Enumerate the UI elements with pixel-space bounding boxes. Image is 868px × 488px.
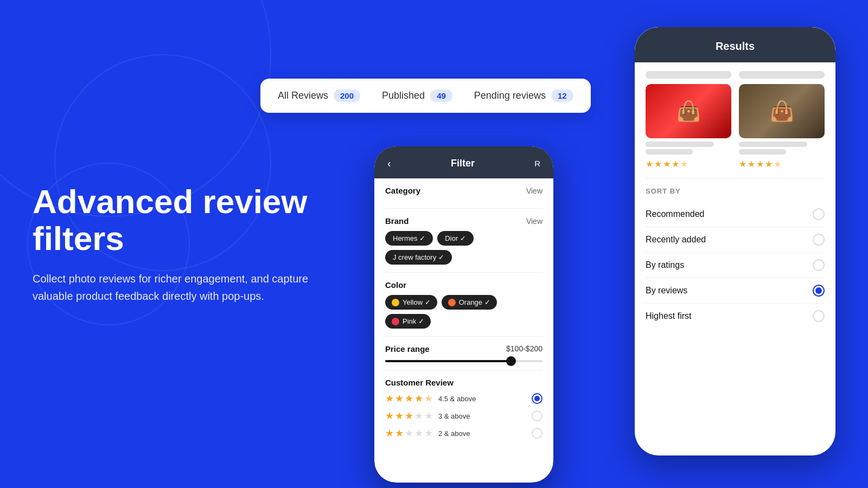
review-row-2[interactable]: ★ ★ ★ ★ ★ 2 & above bbox=[385, 427, 542, 439]
filter-category-header: Category View bbox=[385, 186, 542, 195]
star3: ★ bbox=[405, 393, 413, 404]
sort-radio-recommended[interactable] bbox=[813, 208, 825, 220]
category-view[interactable]: View bbox=[526, 187, 542, 195]
sort-radio-recently[interactable] bbox=[813, 234, 825, 246]
filter-category-section: Category View bbox=[385, 178, 542, 209]
sort-radio-highest[interactable] bbox=[813, 310, 825, 322]
filter-price-section: Price range $100-$200 bbox=[385, 337, 542, 370]
star2-3: ★ bbox=[395, 410, 404, 422]
star5-2-empty: ★ bbox=[424, 427, 433, 439]
product-card-1[interactable]: 👜 ★ ★ ★ ★ ★ bbox=[646, 84, 731, 169]
filter-brand-header: Brand View bbox=[385, 216, 542, 226]
review-row-3[interactable]: ★ ★ ★ ★ ★ 3 & above bbox=[385, 410, 542, 422]
brand-label: Brand bbox=[385, 216, 409, 226]
filter-phone-inner: ‹ Filter R Category View Brand View Herm… bbox=[374, 146, 553, 483]
product-image-2: 👜 bbox=[739, 84, 825, 138]
stars-3: ★ ★ ★ ★ ★ bbox=[385, 410, 433, 422]
sort-recently-label: Recently added bbox=[646, 235, 706, 245]
sort-option-recommended[interactable]: Recommended bbox=[646, 202, 825, 227]
color-tags: Yellow ✓ Orange ✓ Pink ✓ bbox=[385, 295, 542, 329]
pink-dot bbox=[392, 318, 399, 325]
stars-45: ★ ★ ★ ★ ★ bbox=[385, 393, 433, 404]
pstar5-1: ★ bbox=[680, 159, 688, 169]
star2-2: ★ bbox=[395, 427, 404, 439]
filter-color-header: Color bbox=[385, 280, 542, 290]
review-row-45[interactable]: ★ ★ ★ ★ ★ 4.5 & above bbox=[385, 393, 542, 404]
sort-radio-ratings[interactable] bbox=[813, 259, 825, 271]
price-header: Price range $100-$200 bbox=[385, 344, 542, 354]
sort-ratings-label: By ratings bbox=[646, 260, 684, 270]
pstar4-2: ★ bbox=[765, 159, 773, 169]
category-label: Category bbox=[385, 186, 420, 195]
product-name-bar-short-1 bbox=[646, 149, 693, 155]
product-name-bar-1 bbox=[646, 142, 714, 147]
brand-tag-jcrew[interactable]: J crew factory ✓ bbox=[385, 250, 452, 265]
results-body: 👜 ★ ★ ★ ★ ★ bbox=[635, 62, 835, 337]
product-name-bar-short-2 bbox=[739, 149, 786, 155]
filter-body: Category View Brand View Hermes ✓ Dior ✓… bbox=[374, 178, 553, 452]
price-slider-fill bbox=[385, 360, 511, 362]
tab-published-label: Published bbox=[382, 90, 425, 101]
product-name-bar-2 bbox=[739, 142, 807, 147]
review-text-2: 2 & above bbox=[438, 429, 526, 438]
radio-45-inner bbox=[534, 396, 540, 401]
sort-option-reviews[interactable]: By reviews bbox=[646, 278, 825, 304]
color-tag-orange[interactable]: Orange ✓ bbox=[442, 295, 497, 310]
tab-all-reviews[interactable]: All Reviews 200 bbox=[278, 89, 360, 102]
brand-tag-dior[interactable]: Dior ✓ bbox=[437, 231, 473, 246]
sort-radio-reviews[interactable] bbox=[813, 285, 825, 297]
tab-published[interactable]: Published 49 bbox=[382, 89, 452, 102]
product-img-red: 👜 bbox=[646, 84, 731, 138]
star1-2: ★ bbox=[385, 427, 394, 439]
product-card-2[interactable]: 👜 ★ ★ ★ ★ ★ bbox=[739, 84, 825, 169]
star1: ★ bbox=[385, 393, 394, 404]
star1-3: ★ bbox=[385, 410, 394, 422]
product-stars-2: ★ ★ ★ ★ ★ bbox=[739, 159, 825, 169]
tabs-card: All Reviews 200 Published 49 Pending rev… bbox=[260, 79, 591, 113]
sort-option-recently[interactable]: Recently added bbox=[646, 227, 825, 253]
brand-view[interactable]: View bbox=[526, 217, 542, 226]
tab-pending-reviews-badge: 12 bbox=[551, 89, 573, 102]
sort-radio-reviews-inner bbox=[815, 287, 822, 294]
back-button[interactable]: ‹ bbox=[387, 157, 391, 170]
radio-3[interactable] bbox=[532, 410, 542, 421]
price-slider-track[interactable] bbox=[385, 360, 542, 362]
price-label: Price range bbox=[385, 344, 430, 354]
pstar4-1: ★ bbox=[672, 159, 679, 169]
results-header: Results bbox=[635, 27, 835, 62]
pstar3-1: ★ bbox=[663, 159, 671, 169]
price-value: $100-$200 bbox=[506, 344, 542, 354]
product-img-yellow: 👜 bbox=[739, 84, 825, 138]
sort-option-ratings[interactable]: By ratings bbox=[646, 253, 825, 278]
review-text-3: 3 & above bbox=[438, 412, 526, 420]
sort-option-highest[interactable]: Highest first bbox=[646, 304, 825, 329]
color-tag-yellow[interactable]: Yellow ✓ bbox=[385, 295, 437, 310]
review-text-45: 4.5 & above bbox=[438, 395, 526, 403]
pstar3-2: ★ bbox=[756, 159, 764, 169]
radio-45[interactable] bbox=[532, 393, 542, 404]
radio-2[interactable] bbox=[532, 428, 542, 439]
star3-2-empty: ★ bbox=[405, 427, 413, 439]
main-heading: Advanced review filters bbox=[33, 183, 315, 257]
filter-brand-section: Brand View Hermes ✓ Dior ✓ J crew factor… bbox=[385, 209, 542, 273]
tab-pending-reviews[interactable]: Pending reviews 12 bbox=[474, 89, 573, 102]
sort-by-label: SORT BY bbox=[646, 187, 825, 195]
orange-dot bbox=[448, 299, 456, 306]
brand-tags: Hermes ✓ Dior ✓ J crew factory ✓ bbox=[385, 231, 542, 265]
reset-button[interactable]: R bbox=[534, 159, 540, 168]
product-stars-1: ★ ★ ★ ★ ★ bbox=[646, 159, 731, 169]
star4-2-empty: ★ bbox=[414, 427, 423, 439]
results-phone: Results 👜 bbox=[635, 27, 835, 455]
star5-3-empty: ★ bbox=[424, 410, 433, 422]
filter-color-section: Color Yellow ✓ Orange ✓ Pink ✓ bbox=[385, 273, 542, 337]
sub-text: Collect photo reviews for richer engagem… bbox=[33, 270, 315, 305]
stars-2: ★ ★ ★ ★ ★ bbox=[385, 427, 433, 439]
star5-half: ★ bbox=[424, 393, 433, 404]
star4-3-empty: ★ bbox=[414, 410, 423, 422]
yellow-dot bbox=[392, 299, 399, 306]
star3-3: ★ bbox=[405, 410, 413, 422]
brand-tag-hermes[interactable]: Hermes ✓ bbox=[385, 231, 433, 246]
tab-all-reviews-badge: 200 bbox=[334, 89, 360, 102]
color-tag-pink[interactable]: Pink ✓ bbox=[385, 314, 431, 329]
price-slider-thumb[interactable] bbox=[506, 356, 516, 366]
